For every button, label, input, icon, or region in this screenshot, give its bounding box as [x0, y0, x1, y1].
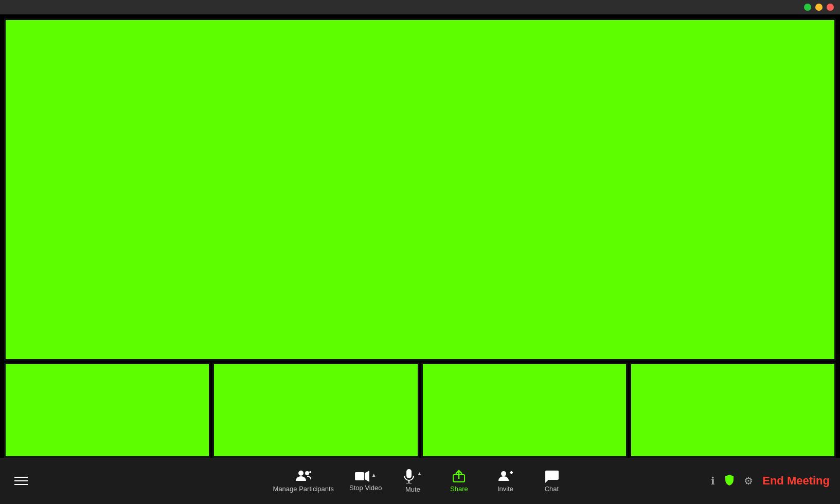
stop-video-button[interactable]: ▲ Stop Video — [349, 471, 382, 492]
svg-rect-4 — [355, 472, 364, 480]
invite-label: Invite — [497, 485, 513, 493]
thumb-tile-4 — [630, 363, 836, 458]
share-label: Share — [450, 485, 468, 493]
manage-participants-label: Manage Participants — [273, 485, 334, 493]
thumb-tile-1 — [4, 363, 210, 458]
chat-icon — [544, 470, 559, 483]
yellow-window-button[interactable] — [815, 4, 823, 11]
stop-video-icon: ▲ — [355, 471, 377, 482]
share-icon — [452, 470, 466, 483]
toolbar: Manage Participants ▲ Stop Video — [0, 458, 840, 504]
svg-marker-5 — [365, 471, 369, 482]
share-button[interactable]: Share — [443, 470, 474, 493]
invite-icon — [497, 470, 513, 483]
manage-participants-button[interactable]: Manage Participants — [273, 470, 334, 493]
window-controls — [804, 4, 834, 11]
end-meeting-button[interactable]: End Meeting — [762, 474, 830, 488]
info-icon[interactable]: ℹ — [711, 475, 715, 487]
manage-participants-icon — [296, 470, 311, 483]
svg-point-11 — [501, 471, 506, 476]
menu-button[interactable] — [10, 473, 32, 489]
toolbar-right: ℹ ⚙ End Meeting — [711, 474, 830, 488]
mute-icon: ▲ — [403, 469, 422, 483]
title-bar — [0, 0, 840, 14]
stop-video-caret: ▲ — [371, 473, 377, 478]
thumb-tile-3 — [421, 363, 628, 458]
chat-button[interactable]: Chat — [536, 470, 567, 493]
main-video-tile — [4, 19, 836, 361]
green-window-button[interactable] — [804, 4, 811, 11]
chat-label: Chat — [545, 485, 559, 493]
mute-caret: ▲ — [417, 471, 422, 476]
svg-point-0 — [298, 471, 303, 476]
thumb-tile-2 — [212, 363, 419, 458]
settings-icon[interactable]: ⚙ — [744, 475, 753, 487]
red-window-button[interactable] — [827, 4, 834, 11]
stop-video-label: Stop Video — [349, 484, 382, 492]
mute-label: Mute — [405, 485, 420, 493]
toolbar-left — [10, 473, 32, 489]
shield-icon[interactable] — [724, 474, 735, 488]
invite-button[interactable]: Invite — [490, 470, 521, 493]
toolbar-center: Manage Participants ▲ Stop Video — [273, 469, 567, 493]
main-content — [0, 14, 840, 458]
svg-point-1 — [305, 471, 309, 475]
mute-button[interactable]: ▲ Mute — [397, 469, 428, 493]
thumbnail-strip — [4, 363, 836, 458]
svg-rect-6 — [406, 469, 412, 478]
